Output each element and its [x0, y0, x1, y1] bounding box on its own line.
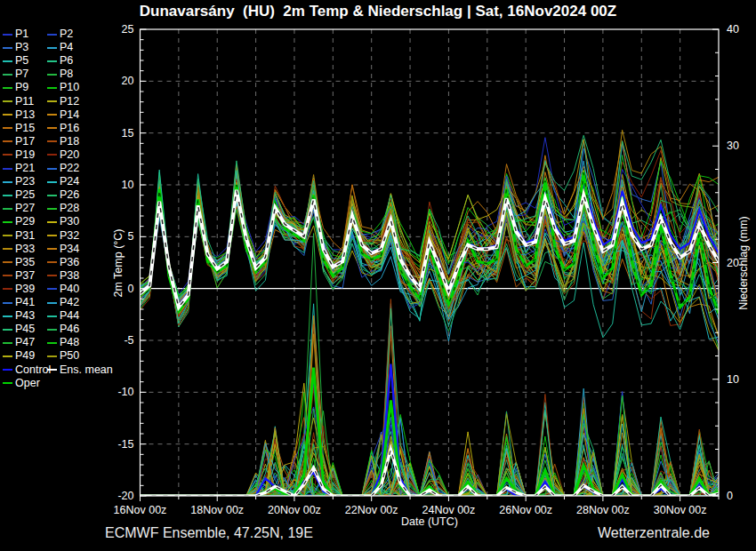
left-tick-label: 25: [122, 23, 134, 36]
x-tick-label: 18Nov 00z: [190, 504, 244, 516]
site-credit-text: Wetterzentrale.de: [598, 525, 710, 541]
right-axis-title: Niederschlag (mm): [737, 216, 750, 310]
left-tick-label: 20: [122, 75, 134, 87]
left-tick-label: -10: [117, 386, 133, 398]
x-tick-label: 26Nov 00z: [499, 504, 552, 516]
x-tick-label: 30Nov 00z: [654, 504, 707, 516]
model-info-text: ECMWF Ensemble, 47.25N, 19E: [105, 525, 313, 541]
left-tick-label: -5: [124, 334, 133, 347]
left-tick-label: 10: [122, 179, 134, 191]
x-tick-label: 28Nov 00z: [576, 504, 630, 516]
left-tick-label: -20: [117, 490, 133, 502]
left-axis-title: 2m Temp (°C): [112, 228, 125, 297]
right-tick-label: 40: [727, 23, 739, 36]
member-precip-line: [141, 326, 720, 496]
right-tick-label: 10: [727, 373, 739, 386]
ensemble-forecast-page: Dunavarsány (HU) 2m Temp & Niederschlag …: [0, 0, 756, 551]
right-tick-label: 0: [727, 490, 733, 502]
x-axis-title: Date (UTC): [401, 515, 458, 528]
x-tick-label: 16Nov 00z: [114, 504, 167, 516]
control-precip-line: [141, 364, 720, 496]
mean-temp-line: [141, 190, 720, 307]
right-tick-label: 30: [727, 140, 739, 152]
x-tick-label: 22Nov 00z: [345, 504, 398, 516]
left-tick-label: 0: [128, 283, 134, 295]
left-tick-label: -15: [117, 438, 133, 451]
member-precip-line: [141, 324, 720, 496]
x-tick-label: 20Nov 00z: [268, 504, 321, 516]
member-precip-line: [141, 331, 720, 496]
ensemble-chart: -20-15-10-5051015202501020304016Nov 00z1…: [0, 0, 756, 551]
x-tick-label: 24Nov 00z: [422, 504, 476, 516]
left-tick-label: 5: [128, 230, 134, 243]
left-tick-label: 15: [122, 127, 134, 140]
